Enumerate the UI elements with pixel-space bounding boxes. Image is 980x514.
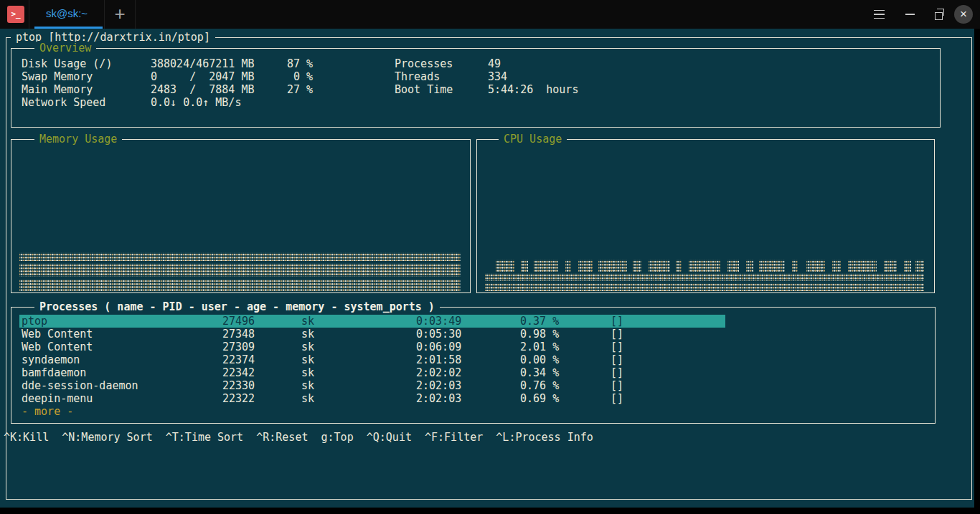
overview-stat-label: Threads: [395, 70, 440, 83]
cpu-skyline-segment: [759, 260, 785, 272]
overview-title: Overview: [34, 42, 96, 55]
process-row[interactable]: deepin-menu 22322 sk 2:02:03 0.69 % []: [11, 392, 935, 405]
memory-usage-title: Memory Usage: [34, 133, 122, 146]
processes-title: Processes ( name - PID - user - age - me…: [34, 300, 440, 314]
process-age: 2:02:03: [416, 379, 461, 392]
process-memory: 2.01 %: [520, 341, 559, 353]
process-user: sk: [301, 328, 314, 341]
process-ports: []: [611, 379, 623, 392]
cpu-skyline-segment: [792, 260, 798, 272]
process-name: Web Content: [22, 341, 93, 353]
cpu-skyline-segment: [496, 260, 514, 272]
memory-chart-band: [19, 263, 461, 277]
process-memory: 0.98 %: [520, 328, 559, 341]
process-age: 2:01:58: [416, 353, 461, 366]
memory-chart-band: [19, 279, 461, 291]
cpu-skyline-segment: [915, 260, 924, 272]
cpu-skyline-segment: [649, 260, 670, 272]
process-memory: 0.76 %: [520, 379, 559, 392]
close-icon: ×: [960, 8, 967, 21]
process-ports: []: [611, 353, 623, 366]
process-name: dde-session-daemon: [22, 379, 138, 392]
overview-percent: 27 %: [260, 83, 313, 96]
process-memory: 0.37 %: [520, 315, 559, 328]
overview-panel: Overview Disk Usage (/) 388024/467211 MB…: [11, 48, 941, 128]
ptop-frame: ptop [http://darxtrix.in/ptop] Overview …: [6, 37, 972, 500]
process-ports: []: [611, 341, 623, 353]
overview-stat-value: 5:44:26 hours: [488, 83, 578, 96]
close-button[interactable]: ×: [954, 5, 973, 24]
cpu-skyline-segment: [633, 260, 641, 272]
terminal-content: ptop [http://darxtrix.in/ptop] Overview …: [0, 29, 974, 508]
overview-value: 2483 / 7884 MB: [151, 83, 255, 96]
overview-label: Swap Memory: [22, 70, 93, 83]
process-user: sk: [301, 379, 314, 392]
overview-label: Network Speed: [22, 96, 105, 109]
cpu-skyline-segment: [565, 260, 571, 272]
cpu-usage-title: CPU Usage: [499, 133, 567, 146]
overview-value: 0 / 2047 MB: [151, 70, 255, 83]
process-memory: 0.69 %: [520, 392, 559, 405]
desktop: { "titlebar": { "terminal_icon_glyph": "…: [0, 0, 980, 514]
cpu-chart-band: [485, 282, 924, 291]
process-age: 0:03:49: [416, 315, 461, 328]
process-user: sk: [301, 392, 314, 405]
cpu-usage-panel: CPU Usage: [476, 139, 935, 293]
process-row[interactable]: bamfdaemon 22342 sk 2:02:02 0.34 % []: [11, 366, 935, 379]
process-pid: 22374: [222, 353, 255, 366]
process-age: 2:02:02: [416, 366, 461, 379]
new-tab-button[interactable]: +: [105, 0, 135, 29]
process-name: ptop: [22, 315, 47, 328]
process-ports: []: [611, 315, 623, 328]
process-age: 0:05:30: [416, 328, 461, 341]
process-row[interactable]: ptop 27496 sk 0:03:49 0.37 % []: [11, 315, 935, 328]
process-age: 2:02:03: [416, 392, 461, 405]
cpu-skyline-segment: [848, 260, 877, 272]
overview-percent: 87 %: [260, 57, 313, 70]
process-age: 0:06:09: [416, 341, 461, 353]
process-pid: 22322: [222, 392, 255, 405]
process-pid: 27309: [222, 341, 255, 353]
overview-row: Swap Memory 0 / 2047 MB 0 % Threads 334: [11, 70, 940, 83]
terminal-tab[interactable]: sk@sk:~: [29, 0, 104, 29]
overview-percent: 0 %: [260, 70, 313, 83]
process-row[interactable]: syndaemon 22374 sk 2:01:58 0.00 % []: [11, 353, 935, 366]
process-name: bamfdaemon: [22, 366, 86, 379]
more-indicator: - more -: [22, 405, 73, 418]
memory-usage-panel: Memory Usage: [11, 139, 471, 293]
cpu-skyline-segment: [578, 260, 593, 272]
tab-title: sk@sk:~: [29, 7, 104, 20]
cpu-skyline-segment: [676, 260, 682, 272]
process-ports: []: [611, 328, 623, 341]
process-memory: 0.34 %: [520, 366, 559, 379]
process-row[interactable]: dde-session-daemon 22330 sk 2:02:03 0.76…: [11, 379, 935, 392]
overview-stat-label: Boot Time: [395, 83, 453, 96]
cpu-skyline-segment: [534, 260, 558, 272]
overview-stat-value: 334: [488, 70, 507, 83]
maximize-button[interactable]: [925, 0, 951, 29]
overview-stat-label: Processes: [395, 57, 453, 70]
process-user: sk: [301, 315, 314, 328]
process-row[interactable]: Web Content 27348 sk 0:05:30 0.98 % []: [11, 328, 935, 341]
minimize-icon: [905, 14, 915, 15]
minimize-button[interactable]: [897, 0, 923, 29]
cpu-skyline-segment: [746, 260, 753, 272]
cpu-skyline-segment: [689, 260, 720, 272]
keybindings-bar: ^K:Kill ^N:Memory Sort ^T:Time Sort ^R:R…: [4, 431, 593, 444]
process-pid: 27496: [222, 315, 255, 328]
cpu-skyline-segment: [521, 260, 528, 272]
process-memory: 0.00 %: [520, 353, 559, 366]
cpu-skyline-segment: [904, 260, 911, 272]
process-name: Web Content: [22, 328, 93, 341]
process-user: sk: [301, 353, 314, 366]
cpu-skyline: [485, 260, 926, 272]
overview-label: Main Memory: [22, 83, 93, 96]
process-row[interactable]: Web Content 27309 sk 0:06:09 2.01 % []: [11, 341, 935, 353]
process-ports: []: [611, 366, 623, 379]
menu-button[interactable]: [866, 0, 892, 29]
overview-value: 388024/467211 MB: [151, 57, 255, 70]
window-titlebar: >_ sk@sk:~ + ×: [0, 0, 980, 29]
processes-panel: Processes ( name - PID - user - age - me…: [11, 307, 936, 424]
process-pid: 22330: [222, 379, 255, 392]
cpu-skyline-segment: [884, 260, 897, 272]
